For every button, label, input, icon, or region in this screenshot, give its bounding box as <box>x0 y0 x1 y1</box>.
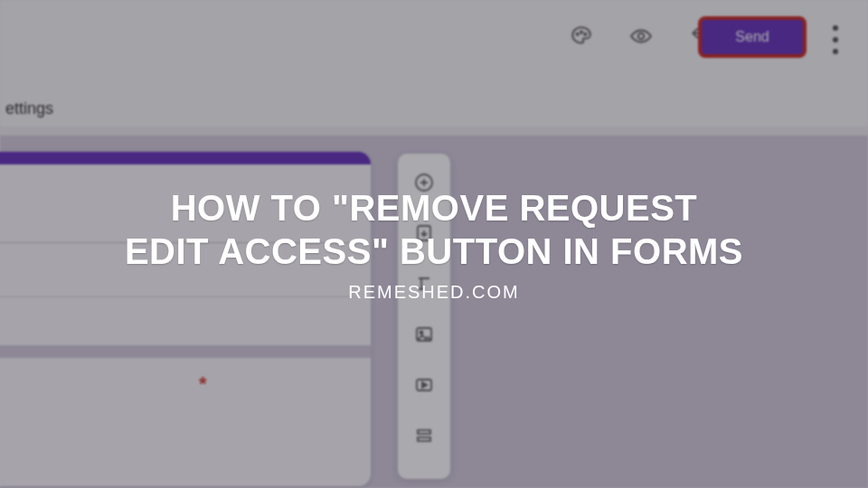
tab-settings[interactable]: ettings <box>5 99 53 118</box>
palette-icon[interactable] <box>569 23 594 49</box>
description-underline <box>0 296 353 297</box>
send-button[interactable]: Send <box>698 16 807 58</box>
svg-point-1 <box>580 32 582 33</box>
import-questions-icon[interactable] <box>411 221 437 246</box>
svg-point-0 <box>577 33 579 35</box>
question-toolbar <box>398 154 450 479</box>
card-divider <box>0 345 371 358</box>
svg-rect-10 <box>418 437 430 441</box>
svg-rect-9 <box>418 430 430 434</box>
title-underline <box>0 242 353 243</box>
add-image-icon[interactable] <box>411 322 437 347</box>
add-question-icon[interactable] <box>411 170 437 195</box>
add-video-icon[interactable] <box>411 372 437 398</box>
add-title-icon[interactable] <box>411 271 437 296</box>
svg-point-3 <box>638 33 645 40</box>
add-section-icon[interactable] <box>411 423 437 448</box>
svg-point-2 <box>584 33 586 35</box>
form-card: * <box>0 152 371 486</box>
more-options-icon[interactable] <box>825 25 846 54</box>
required-indicator: * <box>199 372 207 396</box>
svg-point-7 <box>420 332 423 334</box>
eye-icon[interactable] <box>628 23 654 49</box>
